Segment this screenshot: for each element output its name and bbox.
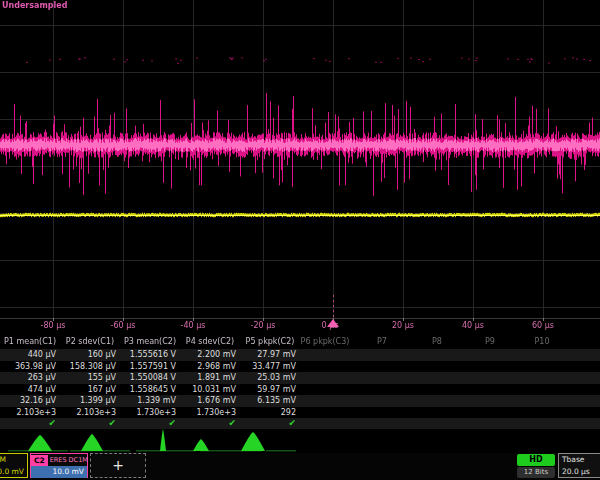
measurement-value: 167 µV [60, 384, 120, 396]
measurement-header[interactable]: P3 mean(C2) [120, 336, 180, 348]
oscilloscope-screen: Undersampled -100 µs-80 µs-60 µs-40 µs-2… [0, 0, 600, 480]
measurement-value: 1.550084 V [120, 372, 180, 384]
measurement-value: 1.891 mV [180, 372, 240, 384]
c1-vertical-scale: 50.0 mV [0, 466, 24, 478]
measurement-value: 292 [240, 407, 300, 419]
measurement-value: 1.557591 V [120, 361, 180, 373]
measurement-value: 2.968 mV [180, 361, 240, 373]
measurement-value: 2.103e+3 [60, 407, 120, 419]
bottom-toolbar: C1 DC1M 50.0 mV C2 ERES DC1M 10.0 mV + H… [0, 453, 600, 480]
tbase-value: 20.0 µs [562, 466, 590, 478]
time-tick-label: 20 µs [392, 321, 414, 330]
measurement-value: 1.339 mV [120, 395, 180, 407]
measurement-value-row: 32.16 µV1.399 µV1.339 mV1.676 mV6.135 mV [0, 395, 600, 407]
measurement-value-row: 263 µV155 µV1.550084 V1.891 mV25.03 mV [0, 372, 600, 384]
measurement-value: 1.730e+3 [120, 407, 180, 419]
measurement-value-row: 363.98 µV158.308 µV1.557591 V2.968 mV33.… [0, 361, 600, 373]
hd-bits-label: 12 Bits [517, 467, 555, 478]
measurement-header[interactable]: P2 sdev(C1) [60, 336, 120, 348]
measurement-value-row: 440 µV160 µV1.555616 V2.200 mV27.97 mV [0, 349, 600, 361]
time-tick-label: 60 µs [532, 321, 554, 330]
time-tick-label: -40 µs [181, 321, 206, 330]
status-check-icon: ✔ [240, 418, 300, 429]
measurement-value-row: 2.103e+32.103e+31.730e+31.730e+3292 [0, 407, 600, 419]
time-tick-label: -80 µs [41, 321, 66, 330]
undersampled-warning: Undersampled [2, 1, 67, 10]
measurement-value: 474 µV [0, 384, 60, 396]
status-check-icon: ✔ [0, 418, 60, 429]
measurement-value-row: 474 µV167 µV1.558645 V10.031 mV59.97 mV [0, 384, 600, 396]
measurement-value: 1.555616 V [120, 349, 180, 361]
time-tick-label: 40 µs [462, 321, 484, 330]
measurement-value: 27.97 mV [240, 349, 300, 361]
measurement-value: 59.97 mV [240, 384, 300, 396]
status-check-icon: ✔ [60, 418, 120, 429]
measurement-value: 160 µV [60, 349, 120, 361]
measurement-value: 263 µV [0, 372, 60, 384]
measurement-value: 440 µV [0, 349, 60, 361]
measurement-header[interactable]: P1 mean(C1) [0, 336, 60, 348]
measurement-value: 33.477 mV [240, 361, 300, 373]
add-trace-button[interactable]: + [90, 453, 146, 478]
measurement-header-inactive[interactable]: P10 [534, 336, 549, 348]
status-check-icon: ✔ [120, 418, 180, 429]
time-tick-label: -60 µs [111, 321, 136, 330]
measurement-value: 10.031 mV [180, 384, 240, 396]
hd-label: HD [517, 454, 555, 466]
measurement-value: 32.16 µV [0, 395, 60, 407]
measurement-value: 363.98 µV [0, 361, 60, 373]
measurement-header[interactable]: P5 pkpk(C2) [240, 336, 300, 348]
measurement-header-inactive[interactable]: P9 [485, 336, 495, 348]
tbase-label: Tbase [562, 454, 584, 466]
time-tick-label: 0 µs [322, 321, 339, 330]
c2-vertical-scale: 10.0 mV [52, 466, 84, 478]
measurement-status-row: ✔✔✔✔✔ [0, 418, 600, 429]
timebase-descriptor[interactable]: Tbase 20.0 µs [558, 453, 600, 478]
measurement-value: 155 µV [60, 372, 120, 384]
c1-coupling-label: DC1M [0, 454, 6, 466]
measurement-value: 1.558645 V [120, 384, 180, 396]
channel-descriptor-c1[interactable]: C1 DC1M 50.0 mV [0, 453, 28, 478]
measurement-value: 1.676 mV [180, 395, 240, 407]
measurement-header-inactive[interactable]: P7 [377, 336, 387, 348]
measurement-value: 158.308 µV [60, 361, 120, 373]
measurement-value: 2.103e+3 [0, 407, 60, 419]
measurement-header-inactive[interactable]: P8 [432, 336, 442, 348]
c2-channel-tag: C2 [31, 455, 48, 466]
status-check-icon: ✔ [180, 418, 240, 429]
measurement-header-row: P1 mean(C1)P2 sdev(C1)P3 mean(C2)P4 sdev… [0, 336, 600, 348]
c2-coupling-label: DC1M [69, 454, 88, 466]
measurement-header[interactable]: P4 sdev(C2) [180, 336, 240, 348]
time-tick-label: -20 µs [251, 321, 276, 330]
measurement-value: 1.399 µV [60, 395, 120, 407]
channel-descriptor-c2[interactable]: C2 ERES DC1M 10.0 mV [30, 453, 88, 478]
measurement-value: 25.03 mV [240, 372, 300, 384]
c2-eres-label: ERES [50, 454, 67, 466]
measurement-header-inactive[interactable]: P6 pkpk(C3) [301, 336, 350, 348]
measurement-value: 6.135 mV [240, 395, 300, 407]
hd-mode-badge[interactable]: HD 12 Bits [517, 454, 555, 478]
measurement-value: 2.200 mV [180, 349, 240, 361]
measurement-value: 1.730e+3 [180, 407, 240, 419]
